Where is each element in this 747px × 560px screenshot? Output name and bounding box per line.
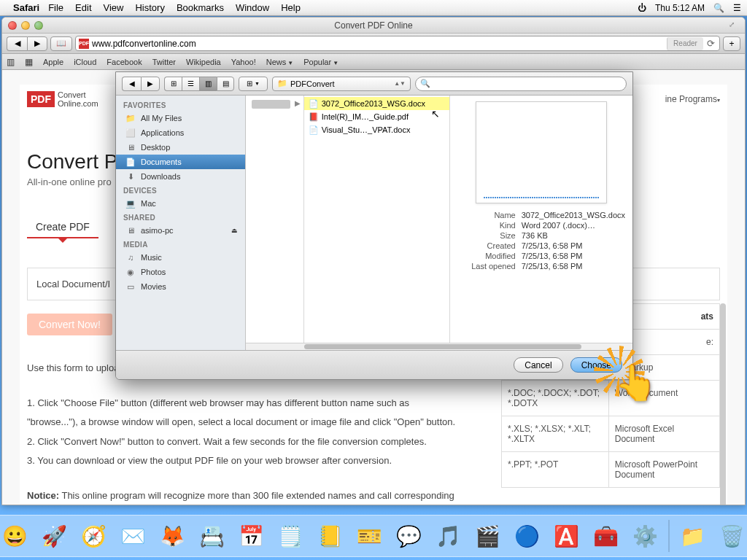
cancel-button[interactable]: Cancel xyxy=(514,357,562,373)
sidebar-applications[interactable]: ⬜Applications xyxy=(116,125,245,140)
menu-view[interactable]: View xyxy=(104,2,124,13)
sidebar-mac[interactable]: 💻Mac xyxy=(116,196,245,211)
convert-button[interactable]: Convert Now! xyxy=(27,314,112,335)
bookmarks-bar: ▥ ▦ Apple iCloud Facebook Twitter Wikipe… xyxy=(2,54,745,70)
dock-passbook[interactable]: 🎫 xyxy=(352,518,387,553)
dock-calendar[interactable]: 📅 xyxy=(234,518,269,553)
menu-window[interactable]: Window xyxy=(236,2,269,13)
dialog-back-button[interactable]: ◀ xyxy=(122,77,141,91)
menu-file[interactable]: File xyxy=(48,2,63,13)
horizontal-scrollbar[interactable] xyxy=(246,343,632,350)
dock-safari[interactable]: 🧭 xyxy=(77,518,112,553)
sidebar-photos[interactable]: ◉Photos xyxy=(116,265,245,279)
sidebar-documents[interactable]: 📄Documents xyxy=(116,155,245,169)
dock-reminders[interactable]: 📒 xyxy=(313,518,348,553)
close-button[interactable] xyxy=(8,21,17,30)
downloads-icon: ⬇ xyxy=(125,171,136,182)
dock-finder[interactable]: 😀 xyxy=(0,518,33,553)
nav-programs[interactable]: ine Programs▾ xyxy=(665,94,720,104)
minimize-button[interactable] xyxy=(21,21,30,30)
choose-button[interactable]: Choose xyxy=(570,357,622,373)
dock-app1[interactable]: 🔵 xyxy=(510,518,545,553)
bookmarks-button[interactable]: 📖 xyxy=(50,36,72,51)
dock-mail[interactable]: ✉️ xyxy=(116,518,151,553)
chevron-right-icon: ▶ xyxy=(295,99,301,107)
bookmarks-sidebar-icon[interactable]: ▥ xyxy=(7,57,15,67)
sidebar-desktop[interactable]: 🖥Desktop xyxy=(116,140,245,155)
view-list-button[interactable]: ☰ xyxy=(182,77,199,91)
search-icon: 🔍 xyxy=(420,79,430,88)
menu-help[interactable]: Help xyxy=(281,2,301,13)
arrange-button[interactable]: ⊞▼ xyxy=(239,77,268,91)
spotlight-icon[interactable]: 🔍 xyxy=(713,3,724,13)
dock-preferences[interactable]: ⚙️ xyxy=(628,518,663,553)
dock-messages[interactable]: 💬 xyxy=(392,518,427,553)
reload-button[interactable]: ⟳ xyxy=(705,38,716,49)
shared-pc-icon: 🖥 xyxy=(125,225,136,236)
dialog-forward-button[interactable]: ▶ xyxy=(141,77,160,91)
zoom-button[interactable] xyxy=(34,21,43,30)
eject-icon[interactable]: ⏏ xyxy=(231,227,238,234)
file-item[interactable]: 📄Visual_Stu…_VPAT.docx xyxy=(304,123,449,136)
column-1[interactable]: ▶ xyxy=(246,96,304,350)
bookmark-twitter[interactable]: Twitter xyxy=(152,58,176,66)
view-columns-button[interactable]: ▥ xyxy=(199,77,217,91)
applications-icon: ⬜ xyxy=(125,128,136,138)
bookmark-popular[interactable]: Popular▼ xyxy=(303,58,338,66)
tab-create-pdf[interactable]: Create PDF xyxy=(27,217,98,238)
sidebar-movies[interactable]: ▭Movies xyxy=(116,279,245,294)
dock-contacts[interactable]: 📇 xyxy=(195,518,230,553)
docx-icon: 📄 xyxy=(309,98,319,109)
back-button[interactable]: ◀ xyxy=(7,36,27,51)
forward-button[interactable]: ▶ xyxy=(27,36,47,51)
page-scrollbar[interactable] xyxy=(720,303,726,505)
dialog-search-input[interactable]: 🔍 xyxy=(415,77,627,91)
view-coverflow-button[interactable]: ▤ xyxy=(217,77,234,91)
favicon: PDF xyxy=(79,39,89,49)
sidebar-music[interactable]: ♫Music xyxy=(116,250,245,265)
top-sites-icon[interactable]: ▦ xyxy=(25,57,33,67)
view-icons-button[interactable]: ⊞ xyxy=(164,77,182,91)
dock-notes[interactable]: 🗒️ xyxy=(274,518,309,553)
bookmark-wikipedia[interactable]: Wikipedia xyxy=(186,58,221,66)
pdf-icon: 📕 xyxy=(309,112,319,122)
file-item[interactable]: 📕Intel(R)_IM…_Guide.pdf xyxy=(304,110,449,123)
site-logo-badge: PDF xyxy=(27,91,55,107)
menu-bookmarks[interactable]: Bookmarks xyxy=(177,2,224,13)
url-text: www.pdfconvertonline.com xyxy=(92,39,196,49)
sidebar-shared-pc[interactable]: 🖥asimo-pc⏏ xyxy=(116,223,245,238)
file-item-selected[interactable]: 📄3072_Office2013_WSG.docx xyxy=(304,97,449,110)
bookmark-icloud[interactable]: iCloud xyxy=(74,58,96,66)
bookmark-facebook[interactable]: Facebook xyxy=(107,58,142,66)
section-favorites: FAVORITES xyxy=(116,98,245,111)
dock-trash[interactable]: 🗑️ xyxy=(715,518,748,553)
bookmark-apple[interactable]: Apple xyxy=(43,58,63,66)
app-name[interactable]: Safari xyxy=(13,2,39,13)
dock-launchpad[interactable]: 🚀 xyxy=(37,518,72,553)
documents-icon: 📄 xyxy=(125,157,136,167)
path-dropdown[interactable]: 📁 PDFConvert ▲▼ xyxy=(272,77,411,91)
dock-firefox[interactable]: 🦊 xyxy=(155,518,190,553)
preview-pane: Name3072_Office2013_WSG.docx KindWord 20… xyxy=(450,96,632,350)
url-bar[interactable]: PDF www.pdfconvertonline.com Reader ⟳ xyxy=(75,36,720,51)
dock-movies[interactable]: 🎬 xyxy=(471,518,506,553)
fullscreen-button[interactable]: ⤢ xyxy=(729,20,739,31)
sidebar-downloads[interactable]: ⬇Downloads xyxy=(116,169,245,184)
reader-button[interactable]: Reader xyxy=(667,37,703,50)
sidebar-all-my-files[interactable]: 📁All My Files xyxy=(116,111,245,125)
menu-history[interactable]: History xyxy=(135,2,164,13)
new-tab-button[interactable]: + xyxy=(723,36,740,51)
window-title: Convert PDF Online xyxy=(2,20,745,31)
file-open-dialog: ◀ ▶ ⊞ ☰ ▥ ▤ ⊞▼ 📁 PDFConvert ▲▼ 🔍 FAVORIT… xyxy=(115,71,633,380)
dock-downloads[interactable]: 📁 xyxy=(676,518,711,553)
dock-appstore[interactable]: 🅰️ xyxy=(549,518,584,553)
menu-edit[interactable]: Edit xyxy=(75,2,91,13)
fast-user-switch-icon[interactable]: ⏻ xyxy=(638,3,646,13)
dock-itunes[interactable]: 🎵 xyxy=(431,518,466,553)
bookmark-news[interactable]: News▼ xyxy=(266,58,293,66)
menubar-clock[interactable]: Thu 5:12 AM xyxy=(655,3,705,13)
dock-utilities[interactable]: 🧰 xyxy=(589,518,624,553)
notification-center-icon[interactable]: ☰ xyxy=(733,3,741,13)
bookmark-yahoo[interactable]: Yahoo! xyxy=(231,58,256,66)
section-shared: SHARED xyxy=(116,211,245,223)
